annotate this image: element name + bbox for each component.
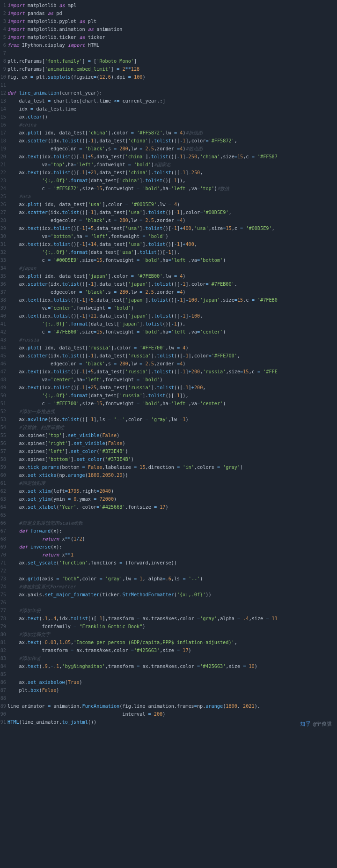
code-line: import matplotlib.ticker as ticker xyxy=(7,34,337,42)
code-line: ax.text(.9,-.1,'by@Ninghaitao',transform… xyxy=(7,663,337,671)
zhihu-logo-text: 知乎 xyxy=(300,721,311,727)
line-number: 66 xyxy=(0,519,6,527)
line-number: 91 xyxy=(0,719,6,727)
line-number: 30 xyxy=(0,233,6,241)
line-number: 70 xyxy=(0,551,6,559)
code-line: ax.plot( idx, data_test['usa'],color = '… xyxy=(7,201,337,209)
code-line: def forward(x): xyxy=(7,527,337,535)
line-number: 32 xyxy=(0,249,6,257)
code-line: va='bottom',ha = 'left',fontweight = 'bo… xyxy=(7,233,337,241)
line-number: 54 xyxy=(0,424,6,432)
code-line: ax.set_yscale('function',functions = (fo… xyxy=(7,559,337,567)
code-line: #添加一条推进线 xyxy=(7,408,337,416)
line-number: 57 xyxy=(0,448,6,456)
code-line xyxy=(7,50,337,58)
line-number: 35 xyxy=(0,273,6,281)
line-number: 51 xyxy=(0,400,6,408)
line-number: 58 xyxy=(0,456,6,464)
code-line: interval = 200) xyxy=(7,711,337,719)
line-number: 49 xyxy=(0,384,6,392)
line-number: 44 xyxy=(0,344,6,352)
line-number: 81 xyxy=(0,639,6,647)
line-number: 29 xyxy=(0,225,6,233)
zhihu-user: @宁俊骐 xyxy=(313,721,332,727)
line-number: 72 xyxy=(0,567,6,575)
code-line: ax.set_xlabel('Year', color='#425663',fo… xyxy=(7,504,337,512)
line-number: 16 xyxy=(0,121,6,129)
line-number: 78 xyxy=(0,615,6,623)
code-line xyxy=(7,82,337,89)
code-line: ax.plot( idx, data_test['china'],color =… xyxy=(7,129,337,137)
code-line: edgecolor = 'black',s = 280,lw = 2.5,zor… xyxy=(7,145,337,153)
line-number: 55 xyxy=(0,432,6,440)
line-number: 61 xyxy=(0,480,6,488)
line-number: 1 xyxy=(0,2,6,10)
line-number: 89 xyxy=(0,703,6,711)
code-line: c = '#7FEB00',size=15,fontweight = 'bold… xyxy=(7,328,337,336)
line-number: 52 xyxy=(0,408,6,416)
code-line: ax.clear() xyxy=(7,113,337,121)
code-editor: 1234567891011121314151617181920212223242… xyxy=(0,0,337,731)
code-line: return x**1 xyxy=(7,551,337,559)
line-number: 53 xyxy=(0,416,6,424)
code-line: ax.spines['bottom'].set_color('#373E4B') xyxy=(7,456,337,464)
zhihu-watermark: 知乎@宁俊骐 xyxy=(300,720,332,728)
code-line: #自定义刻度轴范围scale函数 xyxy=(7,519,337,527)
line-number: 80 xyxy=(0,631,6,639)
code-line xyxy=(7,567,337,575)
line-number: 88 xyxy=(0,695,6,703)
line-number: 23 xyxy=(0,177,6,185)
code-line: ax.set_xlim(left=1795,right=2040) xyxy=(7,488,337,496)
line-number: 18 xyxy=(0,137,6,145)
line-number: 38 xyxy=(0,297,6,304)
line-number: 48 xyxy=(0,376,6,384)
line-number: 75 xyxy=(0,591,6,599)
line-number: 47 xyxy=(0,368,6,376)
code-line: ax.set_xticks(np.arange(1800,2050,20)) xyxy=(7,472,337,480)
code-line: edgecolor = 'black',s = 280,lw = 2.5,zor… xyxy=(7,217,337,225)
code-line: #usa xyxy=(7,193,337,201)
code-line: ax.plot( idx, data_test['japan'],color =… xyxy=(7,273,337,281)
code-line: HTML(line_animator.to_jshtml()) xyxy=(7,719,337,727)
code-line: #添加作者 xyxy=(7,655,337,663)
line-number: 20 xyxy=(0,153,6,161)
code-line: '{:,.0f}'.format(data_test['china'].toli… xyxy=(7,177,337,185)
line-number: 64 xyxy=(0,504,6,512)
line-number: 31 xyxy=(0,241,6,249)
line-number: 5 xyxy=(0,34,6,42)
code-line: import matplotlib as mpl xyxy=(7,2,337,10)
line-number: 77 xyxy=(0,607,6,615)
code-line xyxy=(7,671,337,679)
line-number: 73 xyxy=(0,575,6,583)
code-line: #russia xyxy=(7,336,337,344)
code-line: def inverse(x): xyxy=(7,543,337,551)
line-number: 4 xyxy=(0,26,6,34)
code-line: #japan xyxy=(7,265,337,273)
line-number: 56 xyxy=(0,440,6,448)
line-number: 6 xyxy=(0,42,6,50)
line-number: 13 xyxy=(0,97,6,105)
line-number: 21 xyxy=(0,161,6,169)
line-number: 19 xyxy=(0,145,6,153)
code-line: line_animator = animation.FuncAnimation(… xyxy=(7,703,337,711)
line-number: 34 xyxy=(0,265,6,273)
line-number: 74 xyxy=(0,583,6,591)
code-line: #添加年份 xyxy=(7,607,337,615)
line-number: 22 xyxy=(0,169,6,177)
code-line: edgecolor = 'black',s = 280,lw = 2.5,zor… xyxy=(7,360,337,368)
line-number: 65 xyxy=(0,512,6,519)
code-line: edgecolor = 'black',s = 280,lw = 2.5,zor… xyxy=(7,289,337,297)
line-number: 62 xyxy=(0,488,6,496)
line-number: 42 xyxy=(0,328,6,336)
line-number: 11 xyxy=(0,82,6,89)
code-line: ax.plot( idx, data_test['russia'],color … xyxy=(7,344,337,352)
code-line: ax.text(idx.tolist()[-1]+25,data_test['r… xyxy=(7,384,337,392)
code-line: '{:,.0f}'.format(data_test['russia'].tol… xyxy=(7,392,337,400)
line-number: 86 xyxy=(0,679,6,687)
line-number: 24 xyxy=(0,185,6,193)
code-line: ax.text(idx.tolist()[-1]+5,data_test['ru… xyxy=(7,368,337,376)
line-number: 37 xyxy=(0,289,6,297)
line-number: 45 xyxy=(0,352,6,360)
line-number: 63 xyxy=(0,496,6,504)
line-number: 7 xyxy=(0,50,6,58)
